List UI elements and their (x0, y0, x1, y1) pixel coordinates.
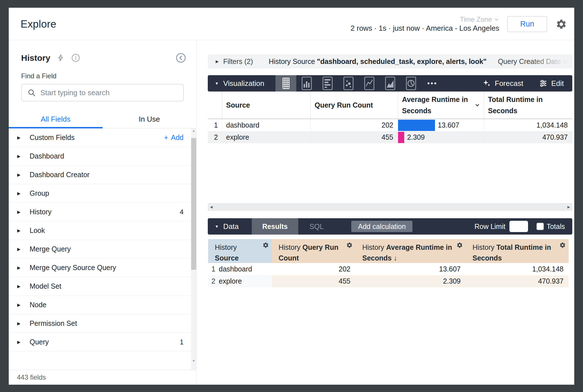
forecast-button[interactable]: Forecast (482, 79, 523, 88)
field-group-merge-query[interactable]: ▶Merge Query (9, 240, 196, 259)
data-bar-right: Row Limit Totals (474, 221, 572, 232)
viz-type-bar-button[interactable] (317, 75, 338, 92)
cell-total-runtime[interactable]: 1,034.148 (466, 263, 569, 275)
tab-results[interactable]: Results (252, 218, 298, 235)
scroll-up-icon[interactable]: ▲ (191, 129, 196, 132)
caret-right-icon[interactable]: ▶ (17, 302, 22, 308)
timezone-selector[interactable]: Time Zone (460, 15, 499, 23)
horizontal-scrollbar[interactable]: ◀ ▶ (208, 203, 572, 211)
caret-right-icon[interactable]: ▶ (17, 172, 22, 177)
filter-query-created-date[interactable]: Query Created Date is in the (498, 57, 572, 66)
cell-avg-runtime[interactable]: 2.309 (355, 275, 466, 287)
col-header-source[interactable]: Source (222, 92, 310, 119)
caret-down-icon[interactable]: ▼ (215, 81, 219, 86)
caret-right-icon[interactable]: ▶ (17, 340, 22, 345)
caret-right-icon[interactable]: ▶ (17, 154, 22, 159)
row-limit-input[interactable] (509, 221, 528, 232)
field-group-dashboard[interactable]: ▶Dashboard (9, 147, 196, 166)
collapse-panel-icon[interactable] (176, 53, 186, 63)
field-group-group[interactable]: ▶Group (9, 184, 196, 203)
viz-type-scatter-button[interactable] (338, 75, 359, 92)
caret-right-icon[interactable]: ▶ (216, 59, 219, 64)
gear-icon[interactable] (456, 242, 463, 248)
cell-source[interactable]: dashboard (222, 119, 310, 131)
page-title: Explore (21, 18, 56, 30)
scroll-right-icon[interactable]: ▶ (567, 205, 570, 209)
explore-settings-button[interactable] (556, 19, 567, 30)
field-group-permission-set[interactable]: ▶Permission Set (9, 314, 196, 333)
cell-bar (398, 120, 435, 131)
col-header-avg-runtime[interactable]: Average Runtime in Seconds (398, 92, 484, 119)
caret-right-icon[interactable]: ▶ (17, 135, 22, 140)
caret-right-icon[interactable]: ▶ (17, 247, 22, 252)
field-group-node[interactable]: ▶Node (9, 296, 196, 314)
caret-right-icon[interactable]: ▶ (17, 191, 22, 196)
data-col-header-total-runtime[interactable]: History Total Runtime in Seconds (466, 239, 569, 263)
lightning-icon[interactable] (57, 54, 65, 62)
viz-type-area-button[interactable] (380, 75, 401, 92)
scrollbar-thumb[interactable] (191, 138, 196, 270)
cell-source[interactable]: explore (222, 131, 310, 143)
cell-total-runtime[interactable]: 1,034.148 (484, 119, 572, 131)
scroll-left-icon[interactable]: ◀ (210, 205, 213, 209)
data-col-header-avg-runtime[interactable]: History Average Runtime in Seconds ↓ (355, 239, 466, 263)
gear-icon[interactable] (559, 242, 566, 248)
cell-query-run-count[interactable]: 455 (310, 131, 398, 143)
sort-chevron-icon[interactable] (474, 102, 480, 108)
cell-avg-runtime[interactable]: 13.607 (355, 263, 466, 275)
caret-right-icon[interactable]: ▶ (17, 284, 22, 289)
cell-query-run-count[interactable]: 202 (310, 119, 398, 131)
col-header-total-runtime[interactable]: Total Runtime in Seconds (484, 92, 572, 119)
add-custom-field-button[interactable]: +Add (164, 133, 184, 142)
col-header-query-run-count[interactable]: Query Run Count (310, 92, 398, 119)
caret-right-icon[interactable]: ▶ (17, 228, 22, 233)
viz-type-column-button[interactable] (296, 75, 317, 92)
cell-query-run-count[interactable]: 455 (272, 275, 355, 287)
field-group-model-set[interactable]: ▶Model Set (9, 277, 196, 296)
cell-avg-runtime[interactable]: 2.309 (398, 131, 484, 143)
add-calculation-button[interactable]: Add calculation (351, 221, 413, 232)
field-search-input[interactable] (40, 88, 178, 97)
cell-total-runtime[interactable]: 470.937 (484, 131, 572, 143)
field-group-merge-query-source-query[interactable]: ▶Merge Query Source Query (9, 259, 196, 277)
gear-icon[interactable] (346, 242, 353, 248)
run-button[interactable]: Run (507, 16, 547, 32)
row-number: 2 (208, 131, 222, 143)
tab-all-fields[interactable]: All Fields (9, 111, 103, 128)
cell-source[interactable]: 2explore (208, 275, 272, 287)
more-options-icon (426, 82, 438, 85)
field-group-query[interactable]: ▶Query1 (9, 333, 196, 351)
cell-query-run-count[interactable]: 202 (272, 263, 355, 275)
viz-type-pie-button[interactable] (401, 75, 421, 92)
cell-total-runtime[interactable]: 470.937 (466, 275, 569, 287)
caret-right-icon[interactable]: ▶ (17, 265, 22, 270)
edit-viz-button[interactable]: Edit (539, 79, 564, 88)
caret-down-icon[interactable]: ▼ (215, 224, 219, 229)
data-col-header-query-run-count[interactable]: History Query Run Count (272, 239, 355, 263)
data-col-header-source[interactable]: History Source (208, 239, 272, 263)
field-group-dashboard-creator[interactable]: ▶Dashboard Creator (9, 166, 196, 184)
sidebar-scrollbar[interactable]: ▲ ▼ (191, 128, 196, 370)
viz-type-table-button[interactable] (275, 75, 296, 92)
caret-right-icon[interactable]: ▶ (17, 210, 22, 215)
row-limit-label: Row Limit (474, 222, 505, 231)
filters-toggle[interactable]: Filters (2) (223, 57, 253, 66)
data-label[interactable]: Data (223, 222, 239, 231)
cell-avg-runtime[interactable]: 13.607 (398, 119, 484, 131)
tab-sql[interactable]: SQL (298, 218, 335, 235)
filter-history-source[interactable]: History Source "dashboard, scheduled_tas… (269, 57, 487, 66)
viz-type-more-button[interactable] (421, 75, 442, 92)
info-icon[interactable] (71, 54, 80, 62)
field-group-history[interactable]: ▶History4 (9, 203, 196, 221)
cell-source[interactable]: 1dashboard (208, 263, 272, 275)
field-group-look[interactable]: ▶Look (9, 221, 196, 240)
field-search-box (21, 84, 184, 101)
caret-right-icon[interactable]: ▶ (17, 321, 22, 326)
viz-type-line-button[interactable] (359, 75, 380, 92)
field-group-custom-fields[interactable]: ▶ Custom Fields +Add (9, 128, 196, 147)
totals-checkbox[interactable] (536, 223, 544, 230)
tab-in-use[interactable]: In Use (103, 111, 196, 128)
visualization-label[interactable]: Visualization (223, 79, 264, 88)
scroll-down-icon[interactable]: ▼ (191, 359, 196, 362)
gear-icon[interactable] (262, 242, 269, 248)
